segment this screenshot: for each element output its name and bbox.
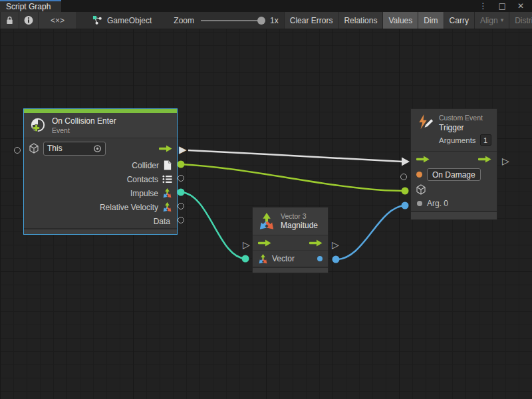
clear-errors-button[interactable]: Clear Errors bbox=[284, 12, 339, 29]
gameobject-reference[interactable]: GameObject bbox=[92, 12, 152, 29]
gameobject-cube-icon bbox=[416, 184, 426, 195]
on-collision-enter-node[interactable]: On Collision Enter Event This Collider C… bbox=[23, 108, 178, 235]
zoom-label: Zoom bbox=[174, 16, 194, 25]
arg0-port-dot[interactable] bbox=[417, 201, 422, 206]
dim-toggle[interactable]: Dim bbox=[418, 12, 444, 29]
port-row-collider[interactable]: Collider bbox=[24, 158, 177, 172]
relative-velocity-output-port[interactable] bbox=[178, 203, 184, 209]
node-title: Magnitude bbox=[281, 221, 318, 230]
port-row-impulse[interactable]: Impulse bbox=[24, 186, 177, 200]
this-target-value: This bbox=[47, 144, 63, 153]
port-row-arg0[interactable]: Arg. 0 bbox=[411, 196, 497, 211]
gameobject-label: GameObject bbox=[107, 16, 152, 25]
vector3-icon bbox=[162, 202, 172, 212]
flow-output-arrow-icon[interactable] bbox=[478, 156, 491, 163]
tab-title: Script Graph bbox=[6, 2, 51, 11]
flow-output-arrow-icon[interactable] bbox=[309, 239, 323, 247]
node-footer bbox=[24, 228, 177, 234]
flow-input-arrow-icon[interactable] bbox=[258, 239, 271, 247]
node-footer bbox=[411, 211, 497, 219]
vector3-icon bbox=[258, 254, 268, 264]
flow-output-arrow-icon[interactable] bbox=[159, 145, 172, 152]
document-icon bbox=[163, 160, 172, 170]
zoom-value: 1x bbox=[270, 16, 279, 25]
flow-input-arrow-icon[interactable] bbox=[416, 156, 430, 163]
vector3-magnitude-node[interactable]: Vector 3 Magnitude Vector bbox=[252, 207, 329, 273]
trigger-flow-output-port[interactable]: ▷ bbox=[502, 156, 509, 166]
zoom-slider[interactable] bbox=[201, 20, 263, 21]
vector3-icon bbox=[162, 188, 172, 198]
object-picker-icon[interactable] bbox=[93, 144, 102, 153]
arg0-label: Arg. 0 bbox=[427, 199, 448, 208]
lock-button[interactable] bbox=[0, 12, 19, 29]
port-row-vector[interactable]: Vector bbox=[253, 251, 328, 267]
trigger-custom-event-node[interactable]: Custom Event Trigger Arguments 1 On Dama… bbox=[410, 108, 497, 220]
node-title: On Collision Enter bbox=[52, 116, 116, 126]
tab-bar: Script Graph ⋮ □ ✕ bbox=[0, 0, 532, 12]
list-icon bbox=[162, 174, 172, 184]
collision-flow-output-port[interactable]: ▶ bbox=[179, 145, 187, 155]
vector3-icon bbox=[258, 213, 275, 230]
node-title: Trigger bbox=[439, 123, 491, 132]
port-row-data[interactable]: Data bbox=[24, 214, 177, 228]
tab-script-graph[interactable]: Script Graph bbox=[0, 0, 61, 12]
lock-icon bbox=[5, 16, 14, 25]
gameobject-cube-icon bbox=[29, 143, 39, 154]
arguments-count-field[interactable]: 1 bbox=[480, 134, 491, 146]
values-toggle[interactable]: Values bbox=[383, 12, 418, 29]
port-row-contacts[interactable]: Contacts bbox=[24, 172, 177, 186]
graph-icon bbox=[92, 15, 102, 25]
close-icon[interactable]: ✕ bbox=[517, 2, 524, 10]
code-icon: <×> bbox=[51, 16, 65, 25]
info-icon bbox=[24, 15, 33, 25]
zoom-control: Zoom 1x bbox=[174, 12, 278, 29]
magnitude-flow-input-port[interactable]: ▷ bbox=[243, 240, 250, 249]
carry-toggle[interactable]: Carry bbox=[444, 12, 475, 29]
custom-event-icon bbox=[416, 114, 434, 131]
node-footer bbox=[253, 267, 328, 273]
arguments-label: Arguments bbox=[439, 136, 476, 144]
vector-port-label: Vector bbox=[272, 254, 295, 263]
distribute-dropdown[interactable]: Distribute ▾ bbox=[509, 12, 532, 29]
window-controls: ⋮ □ ✕ bbox=[479, 0, 532, 12]
chevron-down-icon: ▾ bbox=[501, 17, 504, 23]
node-kind: Vector 3 bbox=[281, 212, 318, 220]
relations-button[interactable]: Relations bbox=[338, 12, 383, 29]
graph-toolbar: <×> GameObject Zoom 1x Clear Errors Rela… bbox=[0, 12, 532, 29]
node-subtitle: Event bbox=[52, 126, 116, 134]
event-name-port-dot[interactable] bbox=[416, 172, 422, 178]
event-name-field[interactable]: On Damage bbox=[427, 168, 481, 181]
window-menu-icon[interactable]: ⋮ bbox=[479, 2, 487, 10]
align-dropdown[interactable]: Align ▾ bbox=[475, 12, 509, 29]
port-row-relative-velocity[interactable]: Relative Velocity bbox=[24, 200, 177, 214]
node-kind: Custom Event bbox=[439, 114, 491, 122]
maximize-icon[interactable]: □ bbox=[499, 2, 506, 10]
info-button[interactable] bbox=[19, 12, 39, 29]
code-preview-button[interactable]: <×> bbox=[39, 12, 77, 29]
contacts-output-port[interactable] bbox=[178, 175, 184, 182]
collision-event-icon bbox=[29, 117, 47, 134]
collision-target-input-port[interactable] bbox=[14, 147, 21, 154]
port-row-event-name[interactable]: On Damage bbox=[411, 167, 497, 182]
data-output-port[interactable] bbox=[178, 217, 184, 223]
magnitude-flow-output-port[interactable]: ▷ bbox=[332, 240, 339, 249]
port-row-target[interactable] bbox=[411, 182, 497, 196]
trigger-name-input-port[interactable] bbox=[400, 174, 407, 180]
magnitude-result-dot[interactable] bbox=[317, 256, 323, 261]
zoom-slider-handle[interactable] bbox=[257, 17, 265, 25]
this-target-field[interactable]: This bbox=[43, 142, 106, 156]
